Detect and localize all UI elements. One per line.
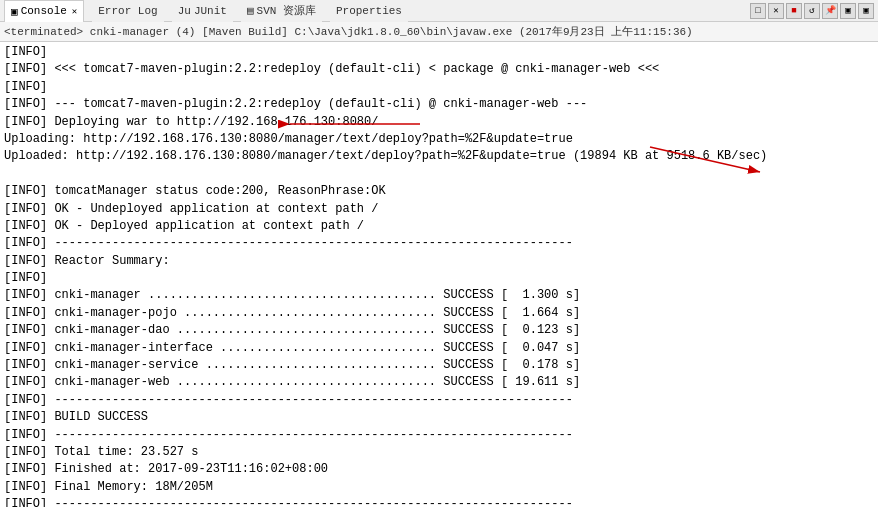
tab-errorlog-label: Error Log	[98, 5, 157, 17]
close-button[interactable]: ✕	[768, 3, 784, 19]
command-bar: <terminated> cnki-manager (4) [Maven Bui…	[0, 22, 878, 42]
console-line-11: [INFO] ---------------------------------…	[4, 235, 874, 252]
command-text: <terminated> cnki-manager (4) [Maven Bui…	[4, 24, 693, 39]
console-line-3: [INFO] --- tomcat7-maven-plugin:2.2:rede…	[4, 96, 874, 113]
tab-console-label: Console	[21, 5, 67, 17]
console-line-5: Uploading: http://192.168.176.130:8080/m…	[4, 131, 874, 148]
tab-svn-label: SVN 资源库	[257, 3, 316, 18]
console-icon: ▣	[11, 5, 18, 18]
tab-properties[interactable]: Properties	[330, 0, 408, 22]
console-line-15: [INFO] cnki-manager-pojo ...............…	[4, 305, 874, 322]
console-line-19: [INFO] cnki-manager-web ................…	[4, 374, 874, 391]
view-button1[interactable]: ▣	[840, 3, 856, 19]
console-line-25: [INFO] Final Memory: 18M/205M	[4, 479, 874, 496]
console-line-20: [INFO] ---------------------------------…	[4, 392, 874, 409]
console-line-21: [INFO] BUILD SUCCESS	[4, 409, 874, 426]
console-line-0: [INFO]	[4, 44, 874, 61]
close-icon[interactable]: ✕	[72, 6, 77, 17]
console-line-17: [INFO] cnki-manager-interface ..........…	[4, 340, 874, 357]
console-line-16: [INFO] cnki-manager-dao ................…	[4, 322, 874, 339]
console-line-7	[4, 166, 874, 183]
console-line-10: [INFO] OK - Deployed application at cont…	[4, 218, 874, 235]
tab-errorlog[interactable]: Error Log	[92, 0, 163, 22]
console-line-8: [INFO] tomcatManager status code:200, Re…	[4, 183, 874, 200]
console-line-22: [INFO] ---------------------------------…	[4, 427, 874, 444]
console-line-26: [INFO] ---------------------------------…	[4, 496, 874, 507]
console-line-2: [INFO]	[4, 79, 874, 96]
stop-button[interactable]: ■	[786, 3, 802, 19]
tab-console[interactable]: ▣ Console ✕	[4, 0, 84, 22]
tab-junit-label: JUnit	[194, 5, 227, 17]
svn-icon: ▤	[247, 4, 254, 17]
rerun-button[interactable]: ↺	[804, 3, 820, 19]
console-line-6: Uploaded: http://192.168.176.130:8080/ma…	[4, 148, 874, 165]
console-line-14: [INFO] cnki-manager ....................…	[4, 287, 874, 304]
console-line-13: [INFO]	[4, 270, 874, 287]
console-line-23: [INFO] Total time: 23.527 s	[4, 444, 874, 461]
title-bar: ▣ Console ✕ Error Log Ju JUnit ▤ SVN 资源库…	[0, 0, 878, 22]
pin-button[interactable]: 📌	[822, 3, 838, 19]
toolbar-buttons: □ ✕ ■ ↺ 📌 ▣ ▣	[750, 3, 874, 19]
tab-junit[interactable]: Ju JUnit	[172, 0, 233, 22]
console-line-18: [INFO] cnki-manager-service ............…	[4, 357, 874, 374]
view-button2[interactable]: ▣	[858, 3, 874, 19]
console-line-24: [INFO] Finished at: 2017-09-23T11:16:02+…	[4, 461, 874, 478]
junit-icon: Ju	[178, 5, 191, 17]
console-line-4: [INFO] Deploying war to http://192.168.1…	[4, 114, 874, 131]
tab-properties-label: Properties	[336, 5, 402, 17]
minimize-button[interactable]: □	[750, 3, 766, 19]
console-line-9: [INFO] OK - Undeployed application at co…	[4, 201, 874, 218]
tab-svn[interactable]: ▤ SVN 资源库	[241, 0, 322, 22]
console-area[interactable]: [INFO] [INFO] <<< tomcat7-maven-plugin:2…	[0, 42, 878, 507]
console-line-12: [INFO] Reactor Summary:	[4, 253, 874, 270]
console-line-1: [INFO] <<< tomcat7-maven-plugin:2.2:rede…	[4, 61, 874, 78]
